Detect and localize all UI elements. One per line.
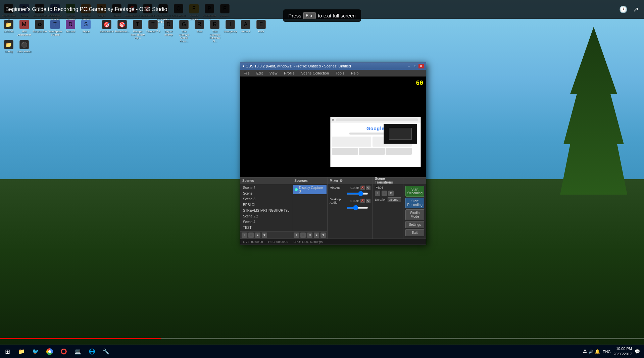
close-button[interactable]: ✕ bbox=[418, 64, 424, 68]
menu-view[interactable]: View bbox=[268, 70, 279, 76]
menu-tools[interactable]: Tools bbox=[334, 70, 346, 76]
taskbar-app-4[interactable]: 🌐 bbox=[85, 346, 99, 358]
maximize-button[interactable]: □ bbox=[412, 64, 418, 68]
list-item[interactable]: EESO bbox=[254, 20, 268, 43]
obs-panels: Scenes Scene 2 Scene Scene 3 BRBLOL STRE… bbox=[240, 177, 426, 239]
move-source-down-button[interactable]: ▼ bbox=[320, 233, 326, 238]
mixer-panel: Mixer ⚙ Mic/Aux 0.0 dB 🔇 ⚙ bbox=[328, 177, 373, 239]
source-settings-button[interactable]: ⚙ bbox=[307, 233, 312, 238]
taskbar-network-icon[interactable]: 🖧 bbox=[583, 349, 587, 354]
exit-button[interactable]: Exit bbox=[405, 229, 424, 236]
list-item[interactable]: DDiscord bbox=[63, 20, 78, 43]
sources-content: Display Capture 3 bbox=[292, 184, 327, 231]
list-item[interactable]: TTitanfall™ 2 bbox=[146, 20, 160, 43]
duration-input[interactable] bbox=[388, 197, 401, 202]
remove-source-button[interactable]: − bbox=[300, 233, 306, 238]
list-item[interactable]: TEscape from Tarkov Alp... bbox=[130, 20, 145, 43]
taskbar-app-2[interactable]: ⭕ bbox=[57, 346, 70, 358]
taskbar-app-settings[interactable]: 🔧 bbox=[99, 346, 113, 358]
add-transition-button[interactable]: + bbox=[375, 191, 380, 196]
icon-bf4-2: 🎯 bbox=[102, 20, 111, 29]
icon-teamspeak: T bbox=[50, 20, 60, 29]
desktop: Beginner's Guide to Recording PC Gamepla… bbox=[0, 0, 644, 358]
menu-file[interactable]: File bbox=[242, 70, 251, 76]
scene-item[interactable]: BRBLOL bbox=[241, 202, 291, 208]
desktop-icons-row2: 📁LOGOS MMSI Afterburner ♻Recycle Bin TTe… bbox=[0, 18, 270, 44]
scene-item[interactable]: Scene 4 bbox=[241, 219, 291, 225]
move-scene-down-button[interactable]: ▼ bbox=[262, 233, 267, 238]
list-item[interactable]: 🎯Battlefield... bbox=[115, 20, 130, 43]
list-item[interactable]: GTom Clancy's Ghost Reco... bbox=[177, 20, 191, 43]
menu-scene-collection[interactable]: Scene Collection bbox=[300, 70, 331, 76]
icon-msi: M bbox=[19, 20, 29, 29]
share-icon[interactable]: ↗ bbox=[633, 5, 639, 13]
start-streaming-button[interactable]: Start Streaming bbox=[405, 186, 424, 197]
list-item[interactable]: 🎯Battlefield 4 bbox=[99, 20, 114, 43]
progress-fill bbox=[0, 338, 161, 339]
taskbar-notifications-icon[interactable]: 🔔 bbox=[595, 349, 600, 354]
watch-later-icon[interactable]: 🕐 bbox=[619, 5, 628, 13]
taskbar-right: 🖧 🔔 ENG 10:00 PM 28/05/2017 💬 bbox=[583, 346, 643, 357]
mixer-desktop-db: 0.0 dB bbox=[349, 199, 359, 203]
add-scene-button[interactable]: + bbox=[242, 233, 247, 238]
scene-item[interactable]: Scene bbox=[241, 191, 291, 196]
mixer-mic-label: Mic/Aux bbox=[330, 186, 346, 190]
list-item[interactable]: ♻Recycle Bin bbox=[32, 20, 47, 43]
icon-bf5: 🎯 bbox=[117, 20, 127, 29]
transition-type: Fade bbox=[374, 185, 402, 190]
taskbar-app-1[interactable]: 🐦 bbox=[29, 346, 42, 358]
scene-item[interactable]: Scene 3 bbox=[241, 196, 291, 202]
start-button[interactable]: ⊞ bbox=[1, 346, 13, 358]
action-content: Start Streaming Start Recording Studio M… bbox=[403, 184, 426, 239]
mixer-mic-settings-button[interactable]: ⚙ bbox=[366, 186, 370, 190]
move-scene-up-button[interactable]: ▲ bbox=[255, 233, 260, 238]
scene-item[interactable]: Scene 2 bbox=[241, 185, 291, 191]
action-header bbox=[403, 177, 426, 184]
taskbar-app-explorer[interactable]: 📁 bbox=[15, 346, 28, 358]
add-source-button[interactable]: + bbox=[294, 233, 299, 238]
minimize-button[interactable]: ─ bbox=[406, 64, 412, 68]
taskbar-clock[interactable]: 10:00 PM 28/05/2017 bbox=[613, 346, 632, 357]
mixer-desktop-settings-button[interactable]: ⚙ bbox=[366, 199, 370, 203]
list-item[interactable]: RRust bbox=[192, 20, 207, 43]
remove-scene-button[interactable]: − bbox=[248, 233, 254, 238]
scene-item[interactable]: TEST bbox=[241, 225, 291, 231]
taskbar-app-3[interactable]: 💻 bbox=[71, 346, 85, 358]
list-item[interactable]: 📁Config bbox=[1, 40, 16, 53]
mixer-desktop-mute-button[interactable]: 🔇 bbox=[360, 199, 365, 203]
settings-button[interactable]: Settings bbox=[405, 221, 424, 228]
obs-menubar: File Edit View Profile Scene Collection … bbox=[240, 70, 426, 76]
video-progress-bar[interactable] bbox=[0, 338, 644, 339]
mixer-header-label: Mixer bbox=[330, 179, 338, 183]
mixer-mic-mute-button[interactable]: 🔇 bbox=[360, 186, 365, 190]
icon-arma3: A bbox=[241, 20, 250, 29]
studio-mode-button[interactable]: Studio Mode bbox=[405, 209, 424, 220]
list-item[interactable]: RTom Clancy's Rainbow Si... bbox=[207, 20, 222, 43]
source-item[interactable]: Display Capture 3 bbox=[293, 185, 327, 194]
taskbar-time: 10:00 PM bbox=[613, 346, 632, 351]
list-item[interactable]: TTeamSpeak 3 Client bbox=[48, 20, 62, 43]
transition-settings-button[interactable]: ⚙ bbox=[388, 191, 394, 196]
mixer-settings-icon[interactable]: ⚙ bbox=[340, 179, 343, 183]
list-item[interactable]: DDay of Infamy bbox=[161, 20, 176, 43]
start-recording-button[interactable]: Start Recording bbox=[405, 198, 424, 208]
icon-config: 📁 bbox=[4, 40, 13, 49]
move-source-up-button[interactable]: ▲ bbox=[314, 233, 319, 238]
taskbar-action-center-icon[interactable]: 💬 bbox=[635, 349, 640, 354]
icon-rust: R bbox=[195, 20, 204, 29]
scene-item[interactable]: STREAMSTARTINGSHORTYL bbox=[241, 208, 291, 213]
remove-transition-button[interactable]: − bbox=[382, 191, 387, 196]
mixer-desktop-slider[interactable] bbox=[346, 207, 368, 209]
list-item[interactable]: ⚫OBS Studio bbox=[17, 40, 32, 53]
list-item[interactable]: IInsurgency bbox=[223, 20, 238, 43]
taskbar-app-chrome[interactable] bbox=[43, 346, 56, 358]
obs-statusbar: LIVE: 00:00:00 REC: 00:00:00 CPU: 1.1%, … bbox=[240, 239, 426, 245]
scene-item[interactable]: Scene 2.2 bbox=[241, 213, 291, 219]
menu-help[interactable]: Help bbox=[350, 70, 360, 76]
menu-edit[interactable]: Edit bbox=[255, 70, 264, 76]
mixer-mic-slider[interactable] bbox=[346, 193, 368, 195]
menu-profile[interactable]: Profile bbox=[283, 70, 296, 76]
taskbar-volume-icon[interactable] bbox=[589, 349, 593, 354]
list-item[interactable]: SSkype bbox=[79, 20, 93, 43]
list-item[interactable]: AArma 3 bbox=[238, 20, 253, 43]
